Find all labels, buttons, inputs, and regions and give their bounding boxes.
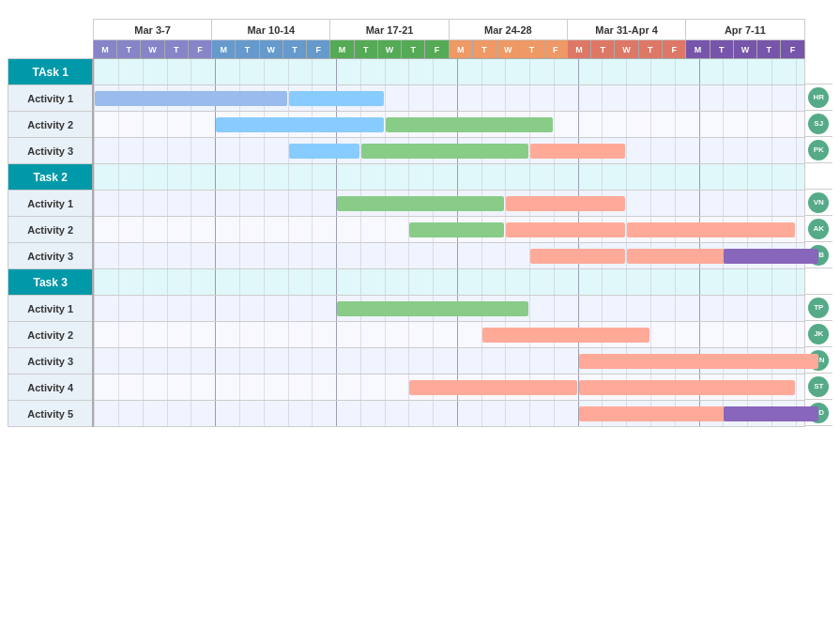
row-label: Activity 3 — [8, 348, 94, 375]
row-label: TAsk 1 — [8, 59, 94, 85]
row-label: Task 3 — [8, 269, 94, 296]
gantt-bar — [482, 328, 649, 343]
avatar-ST: ST — [808, 376, 829, 397]
avatar-VN: VN — [808, 192, 829, 213]
activity-row-13: Activity 5 — [8, 401, 805, 427]
day-header-w3-d0: M — [449, 40, 472, 59]
gantt-bar — [409, 380, 576, 395]
gantt-bar — [337, 196, 504, 211]
row-label: Task 2 — [8, 164, 94, 191]
gantt-bar — [579, 354, 819, 369]
activity-row-9: Activity 1 — [8, 296, 805, 322]
day-header-w2-d4: F — [425, 40, 449, 59]
task-row-8: Task 3 — [8, 269, 805, 296]
day-header-w2-d2: W — [377, 40, 401, 59]
row-label: Activity 2 — [8, 112, 94, 138]
row-label: Activity 3 — [8, 243, 94, 269]
row-label: Activity 4 — [8, 375, 94, 401]
day-header-w5-d0: M — [686, 40, 710, 59]
day-header-w0-d1: T — [117, 40, 141, 59]
day-header-w0-d4: F — [188, 40, 211, 59]
day-header-w4-d2: W — [615, 40, 638, 59]
day-header-w5-d1: T — [710, 40, 733, 59]
gantt-bar — [386, 117, 553, 132]
day-header-w1-d1: T — [236, 40, 259, 59]
task-row-4: Task 2 — [8, 164, 805, 191]
day-header-w2-d0: M — [330, 40, 354, 59]
gantt-bar — [506, 222, 625, 237]
day-header-w0-d3: T — [164, 40, 188, 59]
day-header-w4-d4: F — [662, 40, 685, 59]
day-header-row: MTWTFMTWTFMTWTFMTWTFMTWTFMTWTF — [8, 40, 805, 59]
gantt-flex: Mar 3-7Mar 10-14Mar 17-21Mar 24-28Mar 31… — [8, 19, 832, 427]
week-header-2: Mar 17-21 — [330, 20, 449, 40]
avatar-JK: JK — [808, 324, 829, 344]
day-header-w3-d4: F — [543, 40, 567, 59]
day-header-w1-d3: T — [283, 40, 306, 59]
page: Mar 3-7Mar 10-14Mar 17-21Mar 24-28Mar 31… — [0, 0, 840, 436]
day-header-w0-d0: M — [93, 40, 116, 59]
avatar-HR: HR — [808, 87, 829, 108]
activity-row-6: Activity 2 — [8, 217, 805, 243]
avatar-TP: TP — [808, 298, 829, 318]
week-header-3: Mar 24-28 — [449, 20, 567, 40]
avatar-AK: AK — [808, 219, 829, 239]
bar-area — [93, 217, 804, 243]
row-label: Activity 1 — [8, 191, 94, 217]
row-label: Activity 5 — [8, 401, 94, 427]
row-label: Activity 1 — [8, 85, 94, 112]
task-row-0: TAsk 1 — [8, 59, 805, 85]
row-label: Activity 2 — [8, 322, 94, 348]
bar-area — [93, 348, 804, 375]
week-header-row: Mar 3-7Mar 10-14Mar 17-21Mar 24-28Mar 31… — [8, 20, 805, 40]
bar-area — [93, 401, 804, 427]
activity-row-10: Activity 2 — [8, 322, 805, 348]
row-label: Activity 1 — [8, 296, 94, 322]
day-header-w3-d1: T — [472, 40, 496, 59]
gantt-bar — [95, 91, 286, 106]
gantt-bar — [361, 144, 528, 159]
bar-area — [93, 191, 804, 217]
day-header-w5-d3: T — [757, 40, 781, 59]
day-header-w4-d3: T — [638, 40, 662, 59]
avatar-SJ: SJ — [808, 114, 829, 134]
activity-row-2: Activity 2 — [8, 112, 805, 138]
gantt-bar — [289, 91, 384, 106]
gantt-bar — [337, 301, 528, 316]
day-header-w5-d2: W — [733, 40, 756, 59]
bar-area — [93, 375, 804, 401]
bar-area — [93, 85, 804, 112]
week-header-5: Apr 7-11 — [686, 20, 804, 40]
gantt-bar — [724, 249, 818, 264]
day-header-w5-d4: F — [781, 40, 804, 59]
activity-row-1: Activity 1 — [8, 85, 805, 112]
row-label: Activity 2 — [8, 217, 94, 243]
gantt-bar — [530, 249, 625, 264]
week-header-1: Mar 10-14 — [212, 20, 330, 40]
gantt-bar — [724, 406, 818, 421]
row-label: Activity 3 — [8, 138, 94, 164]
gantt-bar — [627, 222, 794, 237]
gantt-chart: Mar 3-7Mar 10-14Mar 17-21Mar 24-28Mar 31… — [8, 19, 832, 427]
day-header-w1-d0: M — [212, 40, 236, 59]
activity-row-11: Activity 3 — [8, 348, 805, 375]
week-header-0: Mar 3-7 — [93, 20, 211, 40]
activity-row-7: Activity 3 — [8, 243, 805, 269]
gantt-bar — [216, 117, 383, 132]
activity-row-5: Activity 1 — [8, 191, 805, 217]
day-header-w1-d2: W — [259, 40, 283, 59]
gantt-bar — [530, 144, 625, 159]
bar-area — [93, 59, 804, 85]
week-header-4: Mar 31-Apr 4 — [567, 20, 685, 40]
day-header-w2-d1: T — [354, 40, 377, 59]
bar-area — [93, 322, 804, 348]
bar-area — [93, 112, 804, 138]
day-header-w3-d2: W — [496, 40, 520, 59]
gantt-bar — [506, 196, 625, 211]
gantt-bar — [579, 380, 795, 395]
bar-area — [93, 243, 804, 269]
bar-area — [93, 269, 804, 296]
bar-area — [93, 164, 804, 191]
gantt-bar — [409, 222, 504, 237]
activity-row-3: Activity 3 — [8, 138, 805, 164]
